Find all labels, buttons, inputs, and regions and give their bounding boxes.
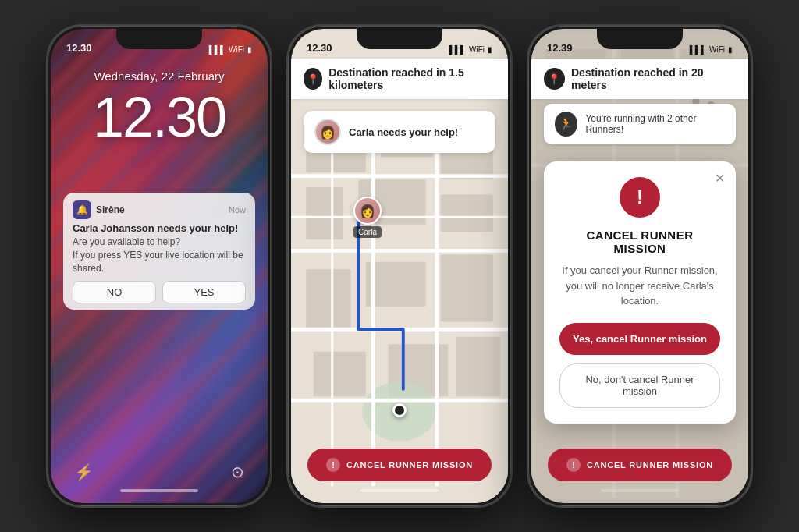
wifi-icon-2: WiFi <box>469 45 485 54</box>
status-icons-2: ▌▌▌ WiFi ▮ <box>449 45 492 54</box>
status-time-3: 12.39 <box>547 42 573 54</box>
status-time-1: 12.30 <box>66 42 92 54</box>
signal-icon-2: ▌▌▌ <box>449 45 466 54</box>
confirm-cancel-button[interactable]: Yes, cancel Runner mission <box>559 323 720 355</box>
location-icon: 📍 <box>304 68 322 90</box>
status-icons-3: ▌▌▌ WiFi ▮ <box>690 45 733 54</box>
notification-card: 🔔 Sirène Now Carla Johansson needs your … <box>63 193 255 310</box>
signal-icon-3: ▌▌▌ <box>690 45 706 54</box>
status-icons-1: ▌▌▌ WiFi ▮ <box>209 45 252 54</box>
exclamation-icon: ! <box>637 186 643 208</box>
battery-icon-2: ▮ <box>488 45 492 54</box>
carla-map-marker: 👩 Carla <box>353 197 382 238</box>
bell-icon: 🔔 <box>76 204 88 215</box>
wifi-icon: WiFi <box>229 45 244 54</box>
notch-3 <box>597 29 683 49</box>
lock-bottom-icons: ⚡ ⊙ <box>51 463 268 481</box>
modal-alert-icon: ! <box>620 177 660 218</box>
notification-body: Are you available to help? If you press … <box>73 236 246 275</box>
carla-label: Carla <box>353 226 382 238</box>
running-banner: 🏃 You're running with 2 other Runners! <box>544 104 736 144</box>
deny-cancel-button[interactable]: No, don't cancel Runner mission <box>559 363 720 408</box>
runner-location-dot <box>392 403 407 417</box>
notch <box>116 29 202 49</box>
modal-title: CANCEL RUNNER MISSION <box>559 229 720 255</box>
notch-2 <box>357 29 442 49</box>
help-banner: 👩 Carla needs your help! <box>304 111 495 153</box>
cancel-mission-button-2[interactable]: ! CANCEL RUNNER MISSION <box>307 449 492 481</box>
notification-header: 🔔 Sirène Now <box>73 200 246 219</box>
notification-title: Carla Johansson needs your help! <box>73 222 246 234</box>
wifi-icon-3: WiFi <box>709 45 725 54</box>
lock-time: 12.30 <box>51 85 268 149</box>
signal-icon: ▌▌▌ <box>209 45 225 54</box>
destination-bar-3: 📍 Destination reached in 20 meters <box>531 59 748 99</box>
cancel-btn-text-2: CANCEL RUNNER MISSION <box>346 460 473 470</box>
phone-3: 12.39 ▌▌▌ WiFi ▮ 📍 Destination reached i… <box>527 24 753 508</box>
notification-buttons: NO YES <box>73 281 246 303</box>
yes-button[interactable]: YES <box>162 281 246 303</box>
cancel-mission-modal: ✕ ! CANCEL RUNNER MISSION If you cancel … <box>544 161 736 424</box>
destination-text: Destination reached in 1.5 kilometers <box>328 66 495 91</box>
notif-time: Now <box>229 205 246 215</box>
help-text: Carla needs your help! <box>349 126 458 138</box>
exclaim-icon-3: ! <box>566 458 581 472</box>
modal-close-button[interactable]: ✕ <box>715 171 725 186</box>
home-indicator-2 <box>360 489 439 492</box>
flashlight-icon: ⚡ <box>74 463 94 481</box>
svg-rect-9 <box>441 254 493 321</box>
map-area: 👩 Carla needs your help! 👩 Carla <box>291 103 508 503</box>
svg-rect-7 <box>306 269 351 329</box>
carla-avatar-banner: 👩 <box>314 119 341 145</box>
modal-body: If you cancel your Runner mission, you w… <box>559 263 720 309</box>
app-icon: 🔔 <box>73 200 91 219</box>
cancel-mission-button-3[interactable]: ! CANCEL RUNNER MISSION <box>548 449 732 481</box>
location-icon-3: 📍 <box>544 68 565 90</box>
exclaim-icon-2: ! <box>326 458 340 472</box>
destination-bar: 📍 Destination reached in 1.5 kilometers <box>291 59 508 99</box>
no-button[interactable]: NO <box>73 281 156 303</box>
running-icon: 🏃 <box>555 112 577 137</box>
battery-icon: ▮ <box>247 45 252 54</box>
status-time-2: 12.30 <box>307 42 332 54</box>
app-name: Sirène <box>96 204 224 215</box>
cancel-btn-text-3: CANCEL RUNNER MISSION <box>587 460 713 470</box>
svg-rect-6 <box>441 195 493 232</box>
battery-icon-3: ▮ <box>728 45 733 54</box>
svg-rect-12 <box>456 337 501 397</box>
carla-avatar-map: 👩 <box>353 197 382 225</box>
pin-icon: 📍 <box>307 73 319 85</box>
home-indicator-1 <box>120 489 198 492</box>
map-streets-svg <box>291 103 508 503</box>
running-text: You're running with 2 other Runners! <box>585 113 725 135</box>
lock-date: Wednesday, 22 February <box>51 69 268 83</box>
svg-rect-10 <box>314 352 366 397</box>
phone-1: 12.30 ▌▌▌ WiFi ▮ Wednesday, 22 February … <box>46 24 272 508</box>
destination-text-3: Destination reached in 20 meters <box>571 66 736 91</box>
svg-rect-4 <box>306 187 343 239</box>
camera-icon: ⊙ <box>231 463 244 481</box>
phone-2: 12.30 ▌▌▌ WiFi ▮ 📍 Destination reached i… <box>286 24 513 508</box>
pin-icon-3: 📍 <box>548 73 560 85</box>
